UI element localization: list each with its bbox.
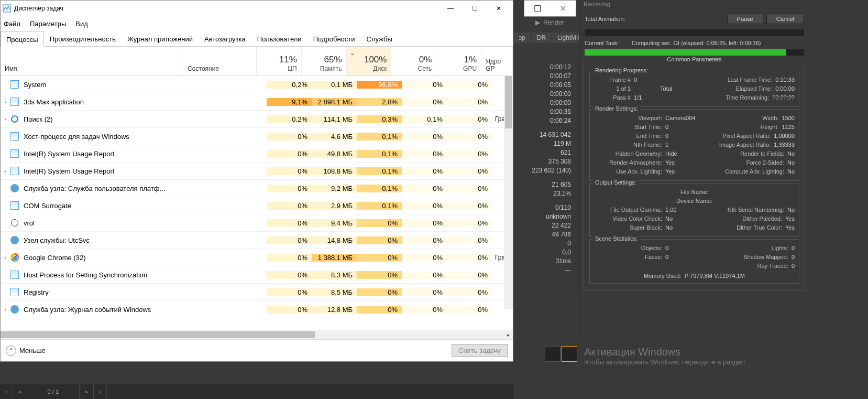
horizontal-scrollbar[interactable]: ▸ bbox=[1, 330, 513, 339]
expand-toggle[interactable]: › bbox=[1, 255, 10, 261]
bg-tab-0[interactable]: эр bbox=[513, 33, 531, 43]
tab-performance[interactable]: Производительность bbox=[44, 31, 122, 46]
timeline-fwd[interactable]: » bbox=[80, 384, 94, 399]
hscroll-thumb[interactable] bbox=[1, 331, 315, 338]
timeline-next[interactable]: › bbox=[94, 384, 107, 399]
expand-toggle[interactable]: › bbox=[1, 116, 10, 122]
pause-button[interactable]: Pause bbox=[727, 14, 763, 24]
header-name[interactable]: Имя bbox=[1, 47, 183, 76]
tab-startup[interactable]: Автозагрузка bbox=[199, 31, 251, 46]
close-icon[interactable]: ✕ bbox=[559, 4, 566, 14]
gpu-cell: 0% bbox=[447, 236, 492, 244]
stat-value: 375 308 bbox=[513, 157, 571, 166]
bg-tab-strip: эр DR LightMix bbox=[513, 31, 586, 44]
gpu-cell: 0% bbox=[447, 306, 492, 314]
expand-toggle[interactable]: › bbox=[1, 307, 10, 312]
play-icon: ▶ bbox=[535, 19, 540, 26]
maximize-icon[interactable]: ☐ bbox=[534, 4, 541, 14]
stat-value: 223 602 (140) bbox=[513, 166, 571, 175]
stat-value: --- bbox=[513, 266, 571, 275]
mem-cell: 4,6 МБ bbox=[312, 133, 357, 141]
tab-services[interactable]: Службы bbox=[361, 31, 398, 46]
rendering-title: Rendering bbox=[579, 0, 809, 10]
header-status[interactable]: Состояние bbox=[183, 47, 257, 76]
mem-cell: 108,8 МБ bbox=[312, 167, 357, 175]
bg-render-button[interactable]: ▶ Render bbox=[535, 19, 564, 26]
mem-cell: 1 388,1 МБ bbox=[312, 254, 357, 262]
table-row[interactable]: Intel(R) System Usage Report0%49,8 МБ0,1… bbox=[1, 145, 513, 163]
process-name: vrol bbox=[24, 219, 193, 227]
table-row[interactable]: vrol0%9,4 МБ0%0%0% bbox=[1, 214, 513, 232]
net-cell: 0% bbox=[402, 219, 447, 227]
mem-cell: 2,9 МБ bbox=[312, 202, 357, 210]
timeline-back[interactable]: « bbox=[13, 384, 27, 399]
net-cell: 0% bbox=[402, 150, 447, 158]
process-icon bbox=[10, 80, 19, 89]
process-icon bbox=[10, 305, 19, 314]
expand-toggle[interactable]: › bbox=[1, 99, 10, 105]
net-cell: 0% bbox=[402, 236, 447, 244]
header-disk[interactable]: ⌄100%Диск bbox=[347, 47, 392, 76]
minimize-button[interactable]: — bbox=[438, 1, 463, 16]
timeline-prev[interactable]: ‹ bbox=[0, 384, 13, 399]
cpu-cell: 0% bbox=[267, 306, 312, 314]
table-row[interactable]: COM Surrogate0%2,9 МБ0,1%0%0% bbox=[1, 197, 513, 214]
table-row[interactable]: Registry0%8,5 МБ0%0%0% bbox=[1, 284, 513, 301]
header-gpu-core[interactable]: Ядро GP bbox=[481, 47, 513, 76]
table-row[interactable]: Узел службы: UtcSvc0%14,8 МБ0%0%0% bbox=[1, 232, 513, 249]
table-row[interactable]: ›3ds Max application9,1%2 898,1 МБ2,8%0%… bbox=[1, 93, 513, 111]
gpu-cell: 0% bbox=[447, 150, 492, 158]
table-row[interactable]: Host Process for Setting Synchronization… bbox=[1, 266, 513, 284]
output-settings-group: Output Settings: File Name: Device Name:… bbox=[589, 183, 799, 237]
table-row[interactable]: ›Поиск (2)0,2%114,1 МБ0,3%0,1%0%Граф bbox=[1, 111, 513, 128]
bg-window-controls: ☐ ✕ bbox=[524, 0, 576, 17]
thumbnail[interactable] bbox=[545, 346, 561, 362]
cancel-button[interactable]: Cancel bbox=[766, 14, 804, 24]
stat-value: unknown bbox=[513, 212, 571, 221]
expand-toggle[interactable]: › bbox=[1, 168, 10, 174]
bg-tab-dr[interactable]: DR bbox=[532, 33, 551, 43]
cpu-cell: 9,1% bbox=[267, 98, 312, 106]
table-row[interactable]: ›Intel(R) System Usage Report0%108,8 МБ0… bbox=[1, 163, 513, 180]
stat-value: 22 422 bbox=[513, 221, 571, 230]
process-icon bbox=[10, 218, 19, 228]
activate-windows-watermark: Активация Windows Чтобы активировать Win… bbox=[584, 346, 745, 366]
vertical-scrollbar[interactable] bbox=[504, 76, 513, 309]
menu-bar: Файл Параметры Вид bbox=[1, 16, 513, 31]
menu-file[interactable]: Файл bbox=[4, 20, 20, 28]
tab-details[interactable]: Подробности bbox=[307, 31, 361, 46]
mem-cell: 2 898,1 МБ bbox=[312, 98, 357, 106]
header-gpu[interactable]: 1%GPU bbox=[436, 47, 481, 76]
fewer-details-toggle[interactable]: ˄ Меньше bbox=[6, 346, 46, 356]
process-icon bbox=[10, 114, 19, 124]
tab-processes[interactable]: Процессы bbox=[1, 31, 44, 47]
stat-value: 23,1% bbox=[513, 189, 571, 198]
gpu-cell: 0% bbox=[447, 202, 492, 210]
chevron-up-icon: ˄ bbox=[6, 346, 16, 356]
stat-value: 0:06:24 bbox=[513, 116, 571, 125]
table-row[interactable]: Служба узла: Служба пользователя платф..… bbox=[1, 180, 513, 197]
end-task-button[interactable]: Снять задачу bbox=[452, 344, 508, 357]
header-network[interactable]: 0%Сеть bbox=[391, 47, 436, 76]
thumbnail-selected[interactable] bbox=[562, 346, 577, 362]
cpu-cell: 0% bbox=[267, 219, 312, 227]
maximize-button[interactable]: ☐ bbox=[463, 1, 487, 16]
window-title: Диспетчер задач bbox=[14, 5, 438, 12]
menu-view[interactable]: Вид bbox=[75, 20, 88, 28]
task-manager-window: Диспетчер задач — ☐ ✕ Файл Параметры Вид… bbox=[0, 0, 513, 362]
table-row[interactable]: ›Служба узла: Журнал событий Windows0%12… bbox=[1, 301, 513, 318]
tab-app-history[interactable]: Журнал приложений bbox=[122, 31, 199, 46]
header-memory[interactable]: 65%Память bbox=[302, 47, 347, 76]
tab-users[interactable]: Пользователи bbox=[251, 31, 307, 46]
close-button[interactable]: ✕ bbox=[487, 1, 511, 16]
scrollbar-thumb[interactable] bbox=[505, 76, 512, 128]
titlebar[interactable]: Диспетчер задач — ☐ ✕ bbox=[1, 1, 513, 16]
table-row[interactable]: Хост-процесс для задач Windows0%4,6 МБ0,… bbox=[1, 128, 513, 145]
stat-value: 49 786 bbox=[513, 230, 571, 239]
hscroll-right-arrow[interactable]: ▸ bbox=[504, 330, 513, 339]
menu-options[interactable]: Параметры bbox=[30, 20, 66, 28]
header-cpu[interactable]: 11%ЦП bbox=[257, 47, 302, 76]
table-row[interactable]: System0,2%0,1 МБ96,8%0%0% bbox=[1, 76, 513, 93]
table-row[interactable]: ›Google Chrome (32)0%1 388,1 МБ0%0%0%Гра… bbox=[1, 249, 513, 266]
disk-cell: 2,8% bbox=[357, 98, 402, 106]
